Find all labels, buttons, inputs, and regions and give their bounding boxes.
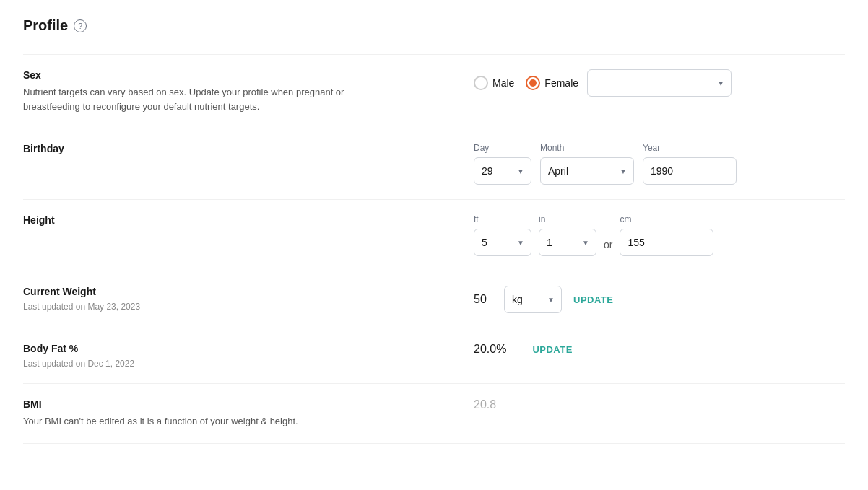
female-radio-inner [529,79,537,87]
male-radio-label: Male [492,77,514,89]
in-field-group: in 0123 4567 891011 ▼ [539,214,596,256]
day-field-label: Day [474,143,531,153]
sex-radio-group: Male Female [474,76,578,90]
sex-status-dropdown-wrapper: Pregnant Breastfeeding ▼ [587,69,732,97]
ft-field-group: ft 1234 5678 ▼ [474,214,531,256]
bmi-description: Your BMI can't be edited as it is a func… [23,414,370,429]
weight-unit-wrapper: kg lbs ▼ [504,286,562,313]
in-select-wrapper: 0123 4567 891011 ▼ [539,229,596,256]
bodyfat-update-button[interactable]: UPDATE [529,344,575,355]
weight-unit-select[interactable]: kg lbs [504,286,562,313]
cm-field-label: cm [620,214,713,224]
birthday-group: Day 29 123 456 789 101112 131415 161718 … [474,143,737,185]
year-field-label: Year [643,143,737,153]
sex-status-dropdown[interactable]: Pregnant Breastfeeding [587,69,732,97]
day-select[interactable]: 29 123 456 789 101112 131415 161718 1920… [474,157,531,185]
male-radio-circle[interactable] [474,76,488,90]
sex-label: Sex [23,69,456,81]
day-select-wrapper: 29 123 456 789 101112 131415 161718 1920… [474,157,531,185]
month-select[interactable]: JanuaryFebruaryMarch AprilMayJune JulyAu… [540,157,634,185]
weight-sub-label: Last updated on May 23, 2023 [23,302,456,312]
month-field-group: Month JanuaryFebruaryMarch AprilMayJune … [540,143,634,185]
height-group: ft 1234 5678 ▼ in 0123 4567 [474,214,713,256]
bodyfat-label: Body Fat % [23,343,456,354]
weight-value: 50 [474,293,495,306]
bodyfat-value: 20.0% [474,343,506,356]
height-or-text: or [604,239,612,250]
cm-field-group: cm [620,214,713,256]
weight-group: 50 kg lbs ▼ UPDATE [474,286,616,313]
ft-field-label: ft [474,214,531,224]
height-label: Height [23,214,456,226]
birthday-label: Birthday [23,143,456,154]
page-title: Profile [23,17,68,34]
year-input[interactable] [643,157,737,185]
male-radio-option[interactable]: Male [474,76,514,90]
bmi-label: BMI [23,398,456,410]
month-select-wrapper: JanuaryFebruaryMarch AprilMayJune JulyAu… [540,157,634,185]
cm-input[interactable] [620,229,713,256]
female-radio-label: Female [544,77,578,89]
bmi-value: 20.8 [474,398,496,411]
year-field-group: Year [643,143,737,185]
day-field-group: Day 29 123 456 789 101112 131415 161718 … [474,143,531,185]
help-icon[interactable]: ? [74,19,87,32]
bodyfat-group: 20.0% UPDATE [474,343,576,356]
weight-update-button[interactable]: UPDATE [570,294,616,305]
bodyfat-sub-label: Last updated on Dec 1, 2022 [23,359,456,369]
in-field-label: in [539,214,596,224]
sex-description: Nutrient targets can vary based on sex. … [23,85,370,113]
ft-select[interactable]: 1234 5678 [474,229,531,256]
ft-select-wrapper: 1234 5678 ▼ [474,229,531,256]
weight-label: Current Weight [23,286,456,297]
in-select[interactable]: 0123 4567 891011 [539,229,596,256]
female-radio-option[interactable]: Female [526,76,578,90]
month-field-label: Month [540,143,634,153]
female-radio-circle[interactable] [526,76,540,90]
